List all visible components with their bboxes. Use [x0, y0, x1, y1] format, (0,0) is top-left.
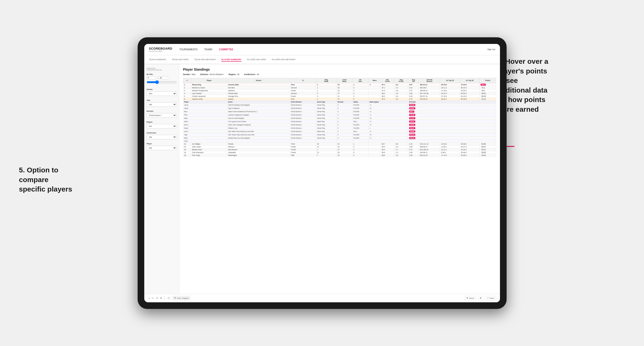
content-area: Player Standings Gender: Men Division: N… — [179, 64, 500, 294]
table-row: 4 Luke Clanton Florida State Second 5 27… — [183, 92, 496, 95]
tablet-frame: SCOREBOARD Powered by clippi TOURNAMENTS… — [138, 37, 506, 309]
expanded-row: Tochi — [183, 140, 496, 142]
sub-nav-team-h2h-heatmap[interactable]: TEAM H2H HEATMAP — [194, 57, 216, 62]
nav-teams[interactable]: TEAMS — [204, 47, 212, 52]
view-icon: 👁 — [174, 297, 176, 299]
sub-nav-team-h2h-grid[interactable]: TEAM H2H GRID — [172, 57, 189, 62]
nav-bar: SCOREBOARD Powered by clippi TOURNAMENTS… — [144, 44, 500, 55]
col-adj-score: Adj.Score — [381, 78, 394, 83]
col-school: School — [227, 78, 290, 83]
nav-right: Sign out — [487, 48, 495, 50]
col-yr: Yr — [290, 78, 316, 83]
toolbar-back-icon[interactable]: ◁ — [148, 297, 150, 299]
logo-sub: Powered by clippi — [149, 50, 172, 52]
col-avg-sg: AvgSG — [408, 78, 419, 83]
gender-select[interactable]: Men — [147, 91, 177, 96]
table-row: 5 Christo Lamprecht Georgia Tech Fourth … — [183, 95, 496, 98]
share-button[interactable]: ⤴ Share — [486, 296, 496, 300]
sub-nav-team-summary[interactable]: TEAM SUMMARY — [149, 57, 166, 62]
table-header-row: # Player School Yr RegRank ConfRank NoRd… — [183, 78, 496, 83]
col-num: # — [183, 78, 191, 83]
points-badge[interactable]: 98.2 — [480, 84, 486, 86]
expanded-row: David Williams Cup NCAA Division I Strok… — [183, 126, 496, 130]
table-row: 23 Jack Lundin Missouri Fourth 11 24 0 6… — [183, 145, 496, 148]
expanded-header-row: Player Event Event Division Event Type R… — [183, 100, 496, 103]
sidebar-no-rds-range: – — [147, 76, 177, 79]
sidebar-division: Division NCAA Division I — [147, 110, 177, 118]
col-reg-rank: RegRank — [316, 78, 336, 83]
logo-text: SCOREBOARD — [149, 47, 172, 50]
table-row: 1 Wenyi Ding Arizona State First 1 15 1 … — [183, 83, 496, 86]
annotation-left: 5. Option to compare specific players — [19, 165, 109, 194]
logo-area: SCOREBOARD Powered by clippi — [149, 47, 172, 52]
filter-gender: Gender: Men — [183, 73, 196, 76]
update-time: Update time: 27/01/2024 16:56:26 — [147, 68, 177, 71]
col-vs25: Vs Top 25 — [440, 78, 460, 83]
page-title: Player Standings — [183, 68, 496, 71]
expanded-row: Jake I The Cypress Point Classic NCAA Di… — [183, 120, 496, 123]
sidebar: Update time: 27/01/2024 16:56:26 No Rds.… — [144, 64, 179, 294]
year-select[interactable]: (All) — [147, 102, 177, 107]
col-overall-record: OverallRecord — [419, 78, 440, 83]
sidebar-gender: Gender Men — [147, 88, 177, 96]
table-row: 26 Petr Hruby Washington Fifth 7 23 0 68… — [183, 154, 496, 157]
table-row: 24 Bastien Amat New Mexico Fourth 1 27 2… — [183, 148, 496, 151]
watch-button[interactable]: 👁 Watch — [464, 296, 476, 300]
sub-nav-player-summary[interactable]: PLAYER SUMMARY — [221, 57, 241, 62]
nav-committee[interactable]: COMMITTEE — [219, 47, 233, 52]
nav-tournaments[interactable]: TOURNAMENTS — [179, 47, 198, 52]
annotation-right: 4. Hover over a player's points to see a… — [497, 57, 611, 114]
main-content: Update time: 27/01/2024 16:56:26 No Rds.… — [144, 64, 500, 294]
table-row: 2 Michael Le Sasso Ole Miss Second 1 18 … — [183, 86, 496, 89]
filter-region: Region: All — [229, 73, 239, 76]
download-icon-button[interactable]: ⬇ — [478, 296, 484, 300]
expanded-row: Bren Wake Forest Invitational at Pinehur… — [183, 110, 496, 113]
expanded-row: Tiger SEC Stroke Play hosted by Jerry Pa… — [183, 133, 496, 136]
region-select[interactable]: N/A — [147, 124, 177, 129]
expanded-row: Luke I SEC Match Play hosted by Jerry Pa… — [183, 130, 496, 133]
player-select[interactable]: (All) — [147, 146, 177, 150]
toolbar-forward-icon[interactable]: ▷ — [152, 297, 154, 299]
toolbar-refresh-icon[interactable]: ↺ — [156, 297, 158, 299]
col-avg-par: Avgto-Par — [394, 78, 408, 83]
toolbar-clock-icon: 🕐 — [168, 297, 170, 299]
division-select[interactable]: NCAA Division I — [147, 113, 177, 118]
view-original-button[interactable]: 👁 View: Original — [172, 296, 190, 300]
expanded-row: Muttl Mirabel Maui Jim Intercollegiate N… — [183, 136, 496, 140]
col-no-rds: NoRds. — [352, 78, 369, 83]
filter-row: Gender: Men Division: NCAA Division I Re… — [183, 73, 496, 76]
sidebar-player: Player (All) — [147, 143, 177, 150]
no-rds-max-input[interactable] — [159, 76, 168, 79]
sidebar-no-rds: No Rds. – — [147, 73, 177, 85]
nav-links: TOURNAMENTS TEAMS COMMITTEE — [179, 47, 487, 52]
sidebar-year: Year (All) — [147, 99, 177, 107]
conference-select[interactable]: (All) — [147, 135, 177, 139]
table-row: 25 Cole Sherwood Vanderbilt Fourth 12 23… — [183, 151, 496, 154]
sub-nav-player-h2h-grid[interactable]: PLAYER H2H GRID — [247, 57, 266, 62]
filter-division: Division: NCAA Division I — [200, 73, 224, 76]
col-points: Points — [480, 78, 496, 83]
expanded-row: Mare Amer An Intercollegiate NCAA Divisi… — [183, 116, 496, 120]
table-row: 22 Ian Gilligan Florida Third 10 24 1 68… — [183, 142, 496, 145]
col-vs50: Vs Top 50 — [460, 78, 480, 83]
nav-sign-out[interactable]: Sign out — [487, 48, 495, 50]
sub-nav: TEAM SUMMARY TEAM H2H GRID TEAM H2H HEAT… — [144, 55, 500, 64]
col-wins: Wins — [368, 78, 381, 83]
share-icon: ⤴ — [488, 297, 488, 299]
expanded-row: Jacob Tiger Invitational NCAA Division I… — [183, 107, 496, 110]
filter-conference: Conference: All — [244, 73, 259, 76]
toolbar-copy-icon[interactable]: ⧉ — [160, 297, 162, 300]
sub-nav-player-h2h-heatmap[interactable]: PLAYER H2H HEATMAP — [272, 57, 296, 62]
expanded-row: Pitch Southern Highlands Collegiate NCAA… — [183, 113, 496, 116]
table-row: 3 Michael Thorbjornsen Stanford Fourth 1… — [183, 89, 496, 92]
bottom-toolbar: ◁ ▷ ↺ ⧉ | 🕐 👁 View: Original 👁 Watch ⬇ ⤴… — [144, 294, 500, 302]
no-rds-slider[interactable] — [147, 80, 177, 84]
sidebar-conference: Conference (All) — [147, 132, 177, 139]
col-player: Player — [191, 78, 227, 83]
sidebar-region: Region N/A — [147, 121, 177, 129]
toolbar-separator: | — [164, 296, 165, 300]
no-rds-min-input[interactable] — [147, 76, 156, 79]
col-conf-rank: ConfRank — [336, 78, 352, 83]
table-row-hovered: 6 Jackson Koivu Auburn First 2 27 5 67.5… — [183, 98, 496, 100]
expanded-row: Alex C Fallen Oak Collegiate Invitationa… — [183, 123, 496, 126]
